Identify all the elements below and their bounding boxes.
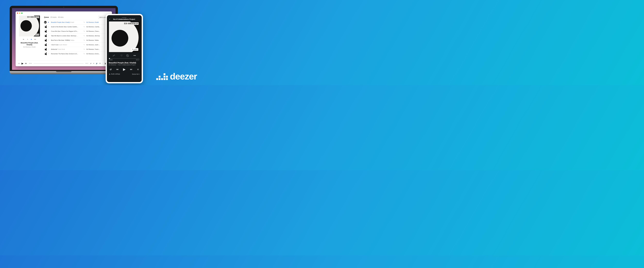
now-playing-title: Beautiful People (feat. Khalid) (19, 42, 40, 46)
track-thumb[interactable] (44, 30, 47, 32)
more-icon[interactable]: ••• (34, 38, 36, 40)
track-row[interactable]: ♡Take Me Back to London (feat. Stormzy) … (44, 33, 109, 38)
mobile-screen: ⌄ ALBUM No.6 Collaborations Project ED S… (107, 15, 142, 82)
progress-bar[interactable] (34, 63, 84, 64)
track-thumb[interactable] (44, 34, 47, 37)
mobile-progress: 00:00 -03:17 (109, 58, 139, 61)
heart-icon[interactable]: ♡ (48, 35, 50, 37)
lyrics-icon[interactable]: ✎ (84, 53, 85, 55)
lyrics-button[interactable]: ✎ Lyrics (131, 48, 138, 51)
heart-icon[interactable]: ♡ (48, 26, 50, 28)
track-artists: Ed Sheeran, Chanc... (86, 30, 103, 32)
queue-list-button[interactable]: Queue list ≡ (132, 73, 140, 75)
heart-icon[interactable]: ♥ (48, 21, 50, 23)
heart-icon[interactable]: ♡ (48, 44, 50, 46)
lyrics-icon[interactable]: ✎ (84, 35, 85, 37)
volume-icon[interactable]: 🔊 (96, 62, 98, 64)
heart-icon[interactable]: ♡ (48, 48, 50, 50)
repeat-icon[interactable]: ⇄ (110, 68, 112, 71)
add-to-playlist-icon[interactable]: ♪⁺ (113, 54, 115, 57)
track-title: South of the Border (feat. Camila Cabell… (51, 26, 82, 27)
track-row[interactable]: ♡Best Part of Me (feat. YEBBA) Yebba✎Ed … (44, 38, 109, 42)
track-thumb[interactable] (44, 25, 47, 28)
track-artists: Ed Sheeran, Emine... (86, 53, 103, 55)
heart-icon[interactable]: ♥ (31, 38, 32, 40)
track-list: ❚❚♥Beautiful People (feat. Khalid) Khali… (44, 20, 109, 60)
mobile-header-title: No.6 Collaborations Project (112, 18, 136, 20)
mobile-album-art[interactable]: ED SHEERAN (109, 21, 140, 52)
track-artists: Ed Sheeran, Camila... (86, 26, 103, 27)
shuffle-icon[interactable]: ⤨ (93, 62, 94, 64)
equalizer-logo-icon (156, 73, 168, 80)
more-icon[interactable]: ••• (134, 54, 136, 57)
track-row[interactable]: ♡Remember The Name (feat. Eminem & S... … (44, 51, 109, 56)
window-close-button[interactable] (17, 12, 18, 14)
add-icon[interactable]: ＋ (27, 38, 28, 40)
track-row[interactable]: ♡I Don't Care Justin Bieber✎Ed Sheeran, … (44, 42, 109, 47)
main-content: ED SHEERAN NO.6 ✒︎ ＋ ♥ ••• Beautiful Peo… (16, 15, 112, 60)
lyrics-icon[interactable]: ✎ (84, 39, 85, 41)
chevron-down-icon[interactable]: ⌄ (109, 17, 111, 20)
track-title: Cross Me (feat. Chance the Rapper & Pn..… (51, 30, 82, 32)
brand-logo: deezer (156, 73, 197, 80)
lyrics-icon[interactable]: ✎ (84, 44, 85, 46)
track-title: Antisocial Travis Scott (51, 48, 82, 50)
track-row[interactable]: ♡South of the Border (feat. Camila Cabel… (44, 24, 109, 29)
mic-icon[interactable]: ✒︎ (23, 38, 24, 40)
pencil-icon: ✎ (132, 49, 133, 50)
track-title: Take Me Back to London (feat. Stormzy) .… (51, 35, 82, 36)
album-art-large[interactable]: ED SHEERAN NO.6 (19, 15, 40, 36)
window-maximize-button[interactable] (21, 12, 22, 14)
heart-icon[interactable]: ♡ (48, 30, 50, 32)
player-bar: ⏮ ▶ ⏭ 00:00 03:17 ⇄ ⤨ 🔊 ⚙ | ◐ (16, 60, 112, 66)
heart-icon[interactable]: ♡ (120, 54, 122, 57)
mobile-track-actions: ♪⁺ ♡ ⃠ ••• (110, 54, 138, 57)
track-artists: Ed Sheeran, Travis ... (86, 48, 103, 50)
track-title: Best Part of Me (feat. YEBBA) Yebba (51, 39, 82, 41)
shuffle-icon[interactable]: ⤨ (137, 68, 139, 71)
repeat-icon[interactable]: ⇄ (90, 62, 92, 64)
next-icon[interactable]: ⏭ (25, 62, 27, 65)
mobile-header: ⌄ ALBUM No.6 Collaborations Project (109, 17, 140, 20)
lyrics-icon[interactable]: ✎ (84, 26, 85, 28)
laptop-screen: ED SHEERAN NO.6 ✒︎ ＋ ♥ ••• Beautiful Peo… (10, 6, 118, 71)
track-thumb[interactable] (44, 52, 47, 55)
mobile-bottom-bar: 🔈 Audio settings Queue list ≡ (109, 73, 140, 75)
mobile-remaining: -03:17 (136, 59, 139, 61)
lyrics-icon[interactable]: ✎ (84, 21, 85, 23)
now-playing-artists: Ed Sheeran, Khalid (23, 46, 36, 48)
now-playing-actions: ✒︎ ＋ ♥ ••• (23, 38, 36, 40)
prev-icon[interactable]: ⏮ (116, 68, 118, 71)
pause-icon[interactable]: ❚❚ (44, 21, 47, 23)
track-thumb[interactable] (44, 48, 47, 51)
lyrics-icon[interactable]: ✎ (84, 30, 85, 32)
play-icon[interactable]: ▶ (123, 67, 126, 71)
heart-icon[interactable]: ♡ (48, 53, 50, 55)
laptop-frame: ED SHEERAN NO.6 ✒︎ ＋ ♥ ••• Beautiful Peo… (10, 6, 118, 74)
speaker-icon: 🔈 (109, 73, 111, 75)
window-minimize-button[interactable] (19, 12, 20, 14)
list-icon: ≡ (139, 73, 140, 75)
camera-dot (63, 7, 64, 7)
mobile-elapsed: 00:00 (109, 59, 112, 61)
prev-icon[interactable]: ⏮ (18, 62, 20, 65)
equalizer-icon[interactable]: ⚙ (99, 62, 101, 64)
queue-label: Queue (44, 16, 49, 18)
track-row[interactable]: ♡Antisocial Travis Scott✎Ed Sheeran, Tra… (44, 47, 109, 51)
heart-icon[interactable]: ♡ (48, 39, 50, 41)
track-row[interactable]: ❚❚♥Beautiful People (feat. Khalid) Khali… (44, 20, 109, 24)
next-icon[interactable]: ⏭ (130, 68, 132, 71)
track-row[interactable]: ♡Cross Me (feat. Chance the Rapper & Pn.… (44, 29, 109, 33)
desktop-app-window: ED SHEERAN NO.6 ✒︎ ＋ ♥ ••• Beautiful Peo… (16, 11, 112, 66)
mobile-progress-bar[interactable] (109, 58, 139, 59)
track-title: Beautiful People (feat. Khalid) Khalid (51, 21, 82, 23)
track-thumb[interactable] (44, 39, 47, 41)
play-icon[interactable]: ▶ (22, 62, 24, 65)
track-artists: Ed Sheeran, Justin ... (86, 44, 103, 45)
mobile-header-label: ALBUM (112, 17, 136, 18)
mobile-frame: ⌄ ALBUM No.6 Collaborations Project ED S… (106, 14, 143, 83)
mobile-art-container: ED SHEERAN ✎ Lyrics (109, 21, 140, 52)
audio-settings-button[interactable]: 🔈 Audio settings (109, 73, 120, 75)
lyrics-icon[interactable]: ✎ (84, 48, 85, 50)
track-thumb[interactable] (44, 43, 47, 46)
